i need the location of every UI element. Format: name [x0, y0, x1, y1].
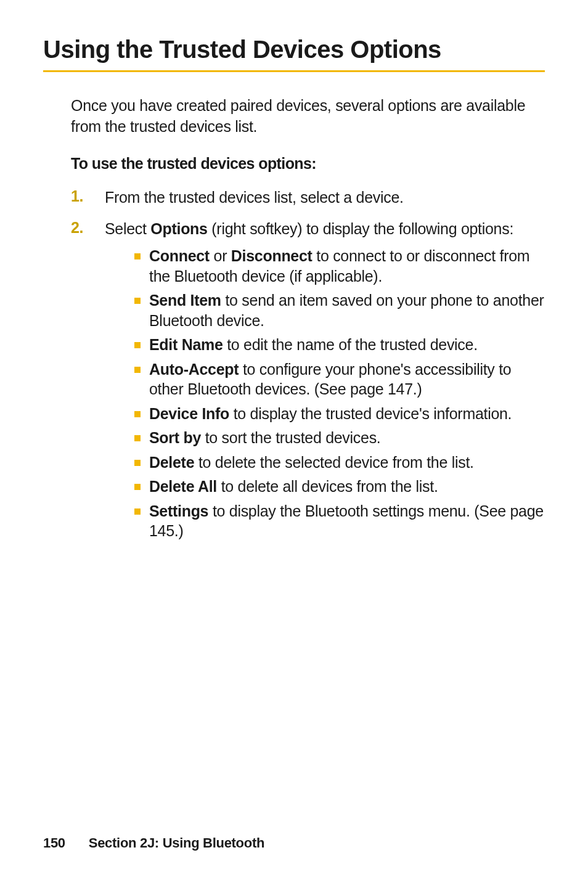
option-rest: to delete all devices from the list.	[217, 478, 438, 495]
option-bold: Edit Name	[149, 336, 223, 353]
page-number: 150	[43, 835, 65, 851]
option-settings: Settings to display the Bluetooth settin…	[134, 501, 545, 541]
intro-paragraph: Once you have created paired devices, se…	[71, 96, 545, 137]
option-bold: Settings	[149, 502, 208, 520]
step-text: Select Options (right softkey) to displa…	[105, 219, 545, 545]
heading-underline	[43, 70, 545, 72]
steps-list: 1. From the trusted devices list, select…	[71, 187, 545, 545]
option-rest: to display the trusted device's informat…	[229, 405, 512, 422]
option-device-info: Device Info to display the trusted devic…	[134, 404, 545, 424]
step-2-pre: Select	[105, 220, 150, 237]
option-bold-2: Disconnect	[231, 247, 312, 264]
step-1: 1. From the trusted devices list, select…	[71, 187, 545, 208]
option-bold: Delete All	[149, 478, 217, 495]
option-delete: Delete to delete the selected device fro…	[134, 452, 545, 473]
section-heading: Using the Trusted Devices Options	[43, 36, 545, 63]
option-delete-all: Delete All to delete all devices from th…	[134, 476, 545, 497]
option-send-item: Send Item to send an item saved on your …	[134, 290, 545, 330]
option-bold: Device Info	[149, 405, 229, 422]
option-auto-accept: Auto-Accept to configure your phone's ac…	[134, 359, 545, 399]
page-footer: 150Section 2J: Using Bluetooth	[43, 835, 264, 851]
options-list: Connect or Disconnect to connect to or d…	[134, 246, 545, 541]
option-sort-by: Sort by to sort the trusted devices.	[134, 428, 545, 448]
option-bold: Sort by	[149, 429, 201, 446]
step-text: From the trusted devices list, select a …	[105, 187, 404, 208]
option-rest: to delete the selected device from the l…	[194, 454, 473, 471]
section-label: Section 2J: Using Bluetooth	[89, 835, 264, 851]
step-number: 2.	[71, 219, 105, 545]
option-edit-name: Edit Name to edit the name of the truste…	[134, 335, 545, 355]
option-connect: Connect or Disconnect to connect to or d…	[134, 246, 545, 286]
option-rest: to edit the name of the trusted device.	[223, 336, 478, 353]
option-bold: Auto-Accept	[149, 361, 239, 378]
step-number: 1.	[71, 187, 105, 208]
step-2-post: (right softkey) to display the following…	[208, 220, 513, 237]
step-2-bold: Options	[150, 220, 207, 237]
option-rest: to sort the trusted devices.	[201, 429, 380, 446]
option-bold: Send Item	[149, 292, 221, 309]
option-bold-1: Connect	[149, 247, 210, 264]
option-mid: or	[210, 247, 231, 264]
option-bold: Delete	[149, 454, 194, 471]
option-rest: to display the Bluetooth settings menu. …	[149, 502, 544, 540]
procedure-subhead: To use the trusted devices options:	[71, 155, 545, 173]
step-2: 2. Select Options (right softkey) to dis…	[71, 219, 545, 545]
